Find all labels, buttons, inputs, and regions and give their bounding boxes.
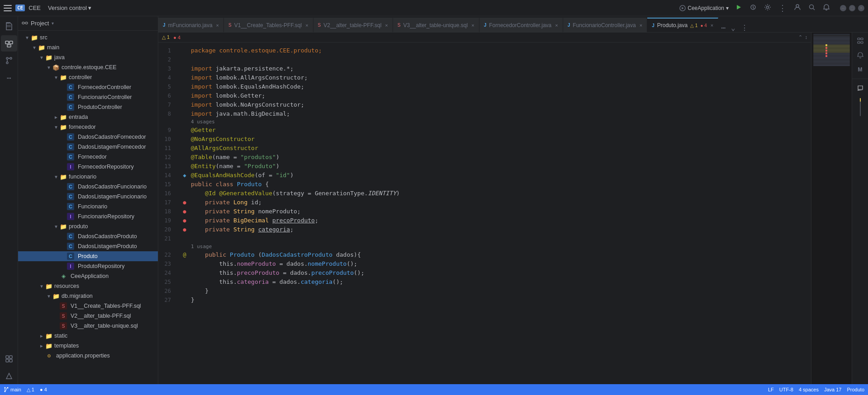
tab-more-options[interactable]: ⋮ <box>738 24 751 32</box>
indent[interactable]: 4 spaces <box>799 387 819 392</box>
settings-button[interactable] <box>763 3 772 14</box>
tree-item-app-props[interactable]: ▼ ⚙ application.properties <box>18 351 158 361</box>
folder-icon: 📁 <box>31 34 38 41</box>
version-control-label[interactable]: Version control ▾ <box>48 5 91 11</box>
tab-close-funcionario-ctrl[interactable]: × <box>640 23 642 28</box>
project-dropdown[interactable]: ▾ <box>52 21 54 26</box>
tab-v3-sql[interactable]: S V3__alter_table-unique.sql × <box>393 18 479 32</box>
project-name[interactable]: CEE <box>28 5 41 11</box>
debug-button[interactable] <box>749 3 758 14</box>
tree-item-funcionario[interactable]: ▼ 📁 funcionario <box>18 172 158 182</box>
tree-item-dados-cad-forn[interactable]: ▼ C DadosCadastroFornecedor <box>18 132 158 142</box>
gutter-error-icon-18[interactable]: ● <box>180 207 189 216</box>
activity-build[interactable] <box>1 368 17 384</box>
ai-icon[interactable]: M <box>854 63 867 76</box>
code-line-23: this.nomeProduto = dados.nomeProduto(); <box>189 259 811 268</box>
activity-files[interactable] <box>1 18 17 34</box>
more-options-button[interactable]: ⋮ <box>778 2 787 14</box>
tree-item-fornecedor-ctrl[interactable]: ▼ C FornecedorController <box>18 82 158 92</box>
tree-item-fornecedor-class[interactable]: ▼ C Fornecedor <box>18 152 158 162</box>
tree-item-produto-ctrl[interactable]: ▼ C ProdutoController <box>18 102 158 112</box>
close-button[interactable]: × <box>858 5 864 11</box>
tree-item-db-migration[interactable]: ▼ 📁 db.migration <box>18 291 158 301</box>
tree-item-fornecedor[interactable]: ▼ 📁 fornecedor <box>18 122 158 132</box>
tree-item-dados-cad-prod[interactable]: ▼ C DadosCadastroProduto <box>18 231 158 241</box>
tree-item-dados-list-forn[interactable]: ▼ C DadosListagemFornecedor <box>18 142 158 152</box>
notifications-panel-icon[interactable] <box>854 49 867 61</box>
line-ending[interactable]: LF <box>768 387 774 392</box>
tree-item-dados-cad-func[interactable]: ▼ C DadosCadastroFuncionario <box>18 182 158 192</box>
tab-overflow-button[interactable]: ⋯ <box>718 24 728 32</box>
gutter-error-icon-19[interactable]: ● <box>180 216 189 225</box>
menu-icon[interactable] <box>4 5 12 11</box>
tab-close-v3[interactable]: × <box>471 23 474 28</box>
tree-item-funcionario-class[interactable]: ▼ C Funcionario <box>18 202 158 212</box>
tree-item-funcionario-ctrl[interactable]: ▼ C FuncionarioController <box>18 92 158 102</box>
encoding[interactable]: UTF-8 <box>779 387 793 392</box>
folder-icon: 📁 <box>60 173 67 180</box>
tree-item-static[interactable]: ► 📁 static <box>18 331 158 341</box>
tab-v1-sql[interactable]: S V1__Create_Tables-PFF.sql × <box>224 18 313 32</box>
run-button[interactable] <box>734 3 743 14</box>
tree-item-produto[interactable]: ▼ 📁 produto <box>18 221 158 231</box>
tree-item-controller[interactable]: ▼ 📁 controller <box>18 72 158 82</box>
tree-item-cee[interactable]: ▼ 📦 controle.estoque.CEE <box>18 62 158 72</box>
sql-icon: S <box>60 312 67 320</box>
tree-item-dados-list-func[interactable]: ▼ C DadosListagemFuncionario <box>18 192 158 202</box>
expand-editor-button[interactable]: ⌃ <box>798 34 802 40</box>
tree-item-resources[interactable]: ▼ 📁 resources <box>18 281 158 291</box>
status-right: LF UTF-8 4 spaces Java 17 Produto <box>768 387 864 392</box>
tree-item-templates[interactable]: ► 📁 templates <box>18 341 158 351</box>
tab-close-fornecedor-ctrl[interactable]: × <box>555 23 558 28</box>
run-config[interactable]: CeeApplication ▾ <box>679 5 729 11</box>
tab-close-produto[interactable]: × <box>711 23 713 28</box>
tree-item-dados-list-prod[interactable]: ▼ C DadosListagemProduto <box>18 241 158 251</box>
code-line-13: @Entity(name = "Produto") <box>189 162 811 171</box>
tree-item-funcionario-repo[interactable]: ▼ I FuncionarioRepository <box>18 212 158 221</box>
warning-status[interactable]: △ 1 <box>27 387 34 393</box>
java-version[interactable]: Java 17 <box>824 387 842 392</box>
sql-icon: S <box>60 322 67 329</box>
structure-icon[interactable] <box>854 34 867 47</box>
split-editor-button[interactable]: ↕ <box>805 34 808 40</box>
tab-mfuncionario[interactable]: J mFuncionario.java × <box>158 18 224 32</box>
activity-git[interactable] <box>1 52 17 69</box>
maximize-button[interactable]: □ <box>849 5 855 11</box>
error-status[interactable]: ● 4 <box>40 387 47 392</box>
tab-produto[interactable]: J Produto.java △ 1 ● 4 × <box>647 18 718 32</box>
gutter-annotation-icon-22[interactable]: @ <box>180 250 189 259</box>
class-name[interactable]: Produto <box>847 387 864 392</box>
git-branch[interactable]: main <box>4 387 21 392</box>
tab-v2-sql[interactable]: S V2__alter_table-PFF.sql × <box>313 18 393 32</box>
editor-icon[interactable] <box>854 82 867 94</box>
tree-item-v1-sql[interactable]: ▼ S V1__Create_Tables-PFF.sql <box>18 301 158 311</box>
tab-close-mfuncionario[interactable]: × <box>216 23 219 28</box>
tab-fornecedor-ctrl[interactable]: J FornecedorController.java × <box>479 18 563 32</box>
tree-item-src[interactable]: ▼ 📁 src <box>18 33 158 42</box>
gutter-error-icon-17[interactable]: ● <box>180 198 189 207</box>
minimize-button[interactable]: – <box>840 5 846 11</box>
tree-item-java[interactable]: ▼ 📁 java <box>18 52 158 62</box>
activity-project[interactable] <box>1 35 17 52</box>
code-content[interactable]: package controle.estoque.CEE.produto; im… <box>189 42 811 384</box>
gutter-error-icon-20[interactable]: ● <box>180 225 189 234</box>
tree-item-fornecedor-repo[interactable]: ▼ I FornecedorRepository <box>18 162 158 172</box>
tree-item-produto-repo[interactable]: ▼ I ProdutoRepository <box>18 261 158 271</box>
gutter-bookmark-icon[interactable]: ◆ <box>180 171 189 180</box>
activity-more[interactable]: ⋯ <box>1 70 17 86</box>
search-button[interactable] <box>807 3 816 14</box>
code-line-17: private Long id; <box>189 198 811 207</box>
tab-expand-button[interactable]: ⌄ <box>728 24 738 32</box>
tab-close-v2[interactable]: × <box>385 23 388 28</box>
tab-funcionario-ctrl[interactable]: J FuncionarioController.java × <box>563 18 647 32</box>
user-icon[interactable] <box>793 3 802 14</box>
tree-item-main[interactable]: ▼ 📁 main <box>18 42 158 52</box>
tree-item-entrada[interactable]: ► 📁 entrada <box>18 112 158 122</box>
activity-plugins[interactable] <box>1 351 17 367</box>
tree-item-v2-sql[interactable]: ▼ S V2__alter_table-PFF.sql <box>18 311 158 321</box>
notifications-button[interactable] <box>822 3 831 14</box>
tree-item-cee-app[interactable]: ▼ ◈ CeeApplication <box>18 271 158 281</box>
tree-item-produto-class[interactable]: ▼ C Produto <box>18 251 158 261</box>
tab-close-v1[interactable]: × <box>305 23 308 28</box>
tree-item-v3-sql[interactable]: ▼ S V3__alter_table-unique.sql <box>18 321 158 331</box>
